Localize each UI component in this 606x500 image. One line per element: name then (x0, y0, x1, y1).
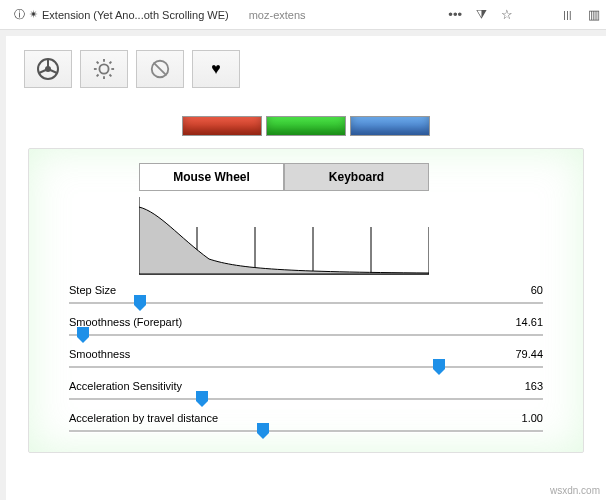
tab-keyboard[interactable]: Keyboard (284, 163, 429, 191)
slider-label: Acceleration by travel distance (69, 412, 218, 424)
steering-wheel-button[interactable] (24, 50, 72, 88)
slider-value: 14.61 (515, 316, 543, 328)
slider-track[interactable] (69, 298, 543, 308)
watermark-text: wsxdn.com (550, 485, 600, 496)
slider-value: 60 (531, 284, 543, 296)
slider-track[interactable] (69, 394, 543, 404)
more-icon[interactable]: ••• (448, 7, 462, 22)
heart-button[interactable]: ♥ (192, 50, 240, 88)
tab-title: Extension (Yet Ano...oth Scrolling WE) (42, 9, 229, 21)
svg-line-12 (97, 75, 99, 77)
svg-point-5 (99, 64, 108, 73)
url-text[interactable]: moz-extens (249, 9, 306, 21)
mode-tabs: Mouse Wheel Keyboard (139, 163, 563, 191)
slider-row-3: Acceleration Sensitivity163 (69, 380, 543, 404)
slider-thumb[interactable] (134, 295, 146, 311)
slider-track[interactable] (69, 362, 543, 372)
disabled-button[interactable] (136, 50, 184, 88)
prohibited-icon (149, 58, 171, 80)
slider-label: Acceleration Sensitivity (69, 380, 182, 392)
slider-thumb[interactable] (257, 423, 269, 439)
svg-line-13 (110, 62, 112, 64)
slider-trackline (69, 430, 543, 432)
icon-toolbar: ♥ (24, 50, 588, 88)
library-icon[interactable]: ⫼ (561, 7, 574, 22)
browser-tab-bar: ⓘ ✴ Extension (Yet Ano...oth Scrolling W… (0, 0, 606, 30)
page-background: ♥ Mouse Wheel Keyboard (0, 30, 606, 500)
tab-mouse-wheel[interactable]: Mouse Wheel (139, 163, 284, 191)
curve-graph (139, 197, 563, 278)
gear-icon (93, 58, 115, 80)
slider-trackline (69, 398, 543, 400)
slider-trackline (69, 366, 543, 368)
browser-tab[interactable]: ⓘ ✴ Extension (Yet Ano...oth Scrolling W… (6, 4, 237, 25)
slider-label: Smoothness (69, 348, 130, 360)
preset-red-button[interactable] (182, 116, 262, 136)
extension-options-page: ♥ Mouse Wheel Keyboard (6, 36, 606, 500)
sidebar-icon[interactable]: ▥ (588, 7, 600, 22)
heart-icon: ♥ (211, 60, 221, 78)
slider-value: 79.44 (515, 348, 543, 360)
svg-line-11 (110, 75, 112, 77)
curve-svg (139, 197, 429, 275)
svg-line-10 (97, 62, 99, 64)
info-icon: ⓘ (14, 7, 25, 22)
svg-line-15 (154, 63, 167, 76)
slider-row-2: Smoothness79.44 (69, 348, 543, 372)
slider-row-0: Step Size60 (69, 284, 543, 308)
preset-green-button[interactable] (266, 116, 346, 136)
preset-blue-button[interactable] (350, 116, 430, 136)
slider-track[interactable] (69, 426, 543, 436)
gear-button[interactable] (80, 50, 128, 88)
slider-thumb[interactable] (196, 391, 208, 407)
slider-value: 163 (525, 380, 543, 392)
settings-panel: Mouse Wheel Keyboard Step Size60Smoothne… (28, 148, 584, 453)
star-icon[interactable]: ☆ (501, 7, 513, 22)
preset-color-row (24, 116, 588, 136)
slider-trackline (69, 334, 543, 336)
slider-thumb[interactable] (77, 327, 89, 343)
steering-wheel-icon (36, 57, 60, 81)
slider-value: 1.00 (522, 412, 543, 424)
slider-label: Step Size (69, 284, 116, 296)
extension-icon: ✴ (29, 8, 38, 21)
slider-row-1: Smoothness (Forepart)14.61 (69, 316, 543, 340)
slider-track[interactable] (69, 330, 543, 340)
slider-thumb[interactable] (433, 359, 445, 375)
slider-row-4: Acceleration by travel distance1.00 (69, 412, 543, 436)
pocket-icon[interactable]: ⧩ (476, 7, 487, 23)
